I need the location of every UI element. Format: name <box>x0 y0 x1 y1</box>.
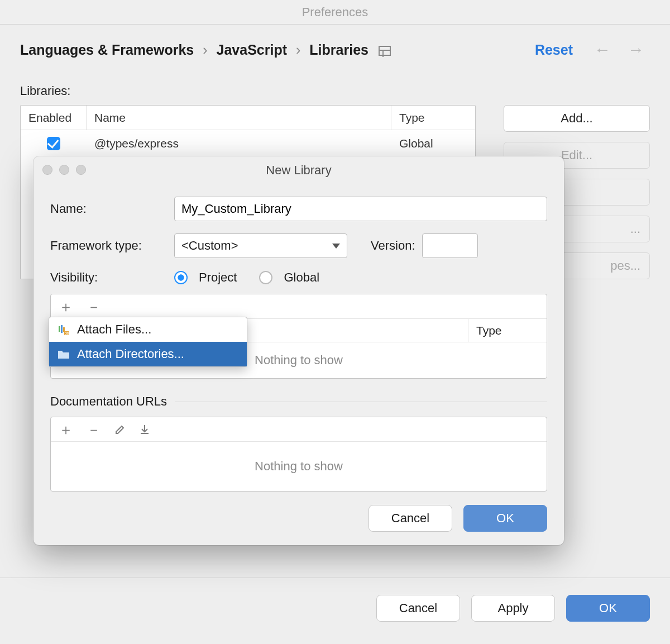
remove-icon[interactable]: － <box>87 422 101 437</box>
visibility-label: Visibility: <box>50 270 168 285</box>
dialog-cancel-button[interactable]: Cancel <box>368 505 452 532</box>
breadcrumb-segment-3[interactable]: Libraries <box>309 42 368 58</box>
edit-icon[interactable] <box>114 424 126 435</box>
remove-icon[interactable]: － <box>87 299 101 314</box>
column-name[interactable]: Name <box>87 106 391 130</box>
attach-directories-label: Attach Directories... <box>77 347 184 361</box>
svg-text:JS: JS <box>65 332 69 335</box>
attach-files-item[interactable]: JS Attach Files... <box>49 317 247 342</box>
attach-directories-item[interactable]: Attach Directories... <box>49 342 247 366</box>
name-label: Name: <box>50 202 168 216</box>
window-title: Preferences <box>302 5 368 19</box>
version-input[interactable] <box>422 233 478 258</box>
svg-rect-1 <box>61 325 63 333</box>
library-name: @types/express <box>87 130 391 157</box>
traffic-min-icon[interactable] <box>59 165 69 175</box>
apply-button[interactable]: Apply <box>471 595 555 622</box>
documentation-urls-box: ＋ － Nothing to show <box>50 417 547 492</box>
folder-icon <box>57 349 70 360</box>
breadcrumb-segment-1[interactable]: Languages & Frameworks <box>20 42 194 58</box>
enabled-checkbox[interactable] <box>47 137 60 150</box>
add-button[interactable]: Add... <box>504 105 650 132</box>
visibility-project-radio[interactable] <box>174 271 188 284</box>
new-library-dialog: New Library Name: Framework type: <Custo… <box>34 156 564 545</box>
framework-type-select[interactable]: <Custom> <box>174 233 347 258</box>
column-type[interactable]: Type <box>391 106 475 130</box>
visibility-global-radio[interactable] <box>259 271 272 284</box>
add-icon[interactable]: ＋ <box>59 422 73 437</box>
cancel-button[interactable]: Cancel <box>376 595 460 622</box>
add-icon[interactable]: ＋ <box>59 299 73 314</box>
table-row[interactable]: @types/express Global <box>21 130 475 157</box>
separator-line <box>175 402 547 402</box>
ok-button[interactable]: OK <box>566 595 650 622</box>
window-titlebar: Preferences <box>0 0 670 25</box>
chevron-down-icon <box>332 244 340 249</box>
js-file-icon: JS <box>57 324 70 335</box>
documentation-urls-label: Documentation URLs <box>50 394 547 409</box>
attachments-table: ＋ － Name Type Nothing to show <box>50 294 547 379</box>
docs-empty: Nothing to show <box>51 442 547 491</box>
layout-icon <box>379 46 391 56</box>
dialog-ok-button[interactable]: OK <box>463 505 547 532</box>
column-enabled[interactable]: Enabled <box>21 106 87 130</box>
table-header: Enabled Name Type <box>21 106 475 130</box>
documentation-urls-text: Documentation URLs <box>50 394 167 409</box>
breadcrumb-segment-2[interactable]: JavaScript <box>217 42 287 58</box>
svg-rect-0 <box>59 326 60 332</box>
traffic-max-icon[interactable] <box>76 165 86 175</box>
visibility-global-label: Global <box>284 270 319 285</box>
name-input[interactable] <box>174 197 547 221</box>
attach-popup: JS Attach Files... Attach Directories... <box>49 317 247 367</box>
attach-files-label: Attach Files... <box>77 322 151 337</box>
library-type: Global <box>391 130 475 157</box>
dialog-titlebar: New Library <box>34 156 564 184</box>
dialog-footer: Cancel OK <box>34 492 564 532</box>
framework-type-value: <Custom> <box>181 238 238 253</box>
attachments-toolbar: ＋ － <box>51 294 547 319</box>
libraries-label: Libraries: <box>20 84 650 98</box>
version-label: Version: <box>371 238 415 253</box>
reset-link[interactable]: Reset <box>535 42 573 58</box>
window-traffic-lights[interactable] <box>42 165 86 175</box>
chevron-right-icon: › <box>293 42 304 58</box>
docs-toolbar: ＋ － <box>51 417 547 442</box>
nav-back-icon[interactable]: ← <box>588 40 616 59</box>
attachments-col-type[interactable]: Type <box>468 319 547 342</box>
traffic-close-icon[interactable] <box>42 165 52 175</box>
chevron-right-icon: › <box>199 42 210 58</box>
dialog-title: New Library <box>266 163 331 177</box>
breadcrumb: Languages & Frameworks › JavaScript › Li… <box>0 25 670 73</box>
download-icon[interactable] <box>139 424 150 435</box>
framework-type-label: Framework type: <box>50 238 168 253</box>
footer: Cancel Apply OK <box>0 578 670 644</box>
svg-rect-2 <box>63 327 65 332</box>
visibility-project-label: Project <box>199 270 237 285</box>
nav-forward-icon[interactable]: → <box>622 40 650 59</box>
